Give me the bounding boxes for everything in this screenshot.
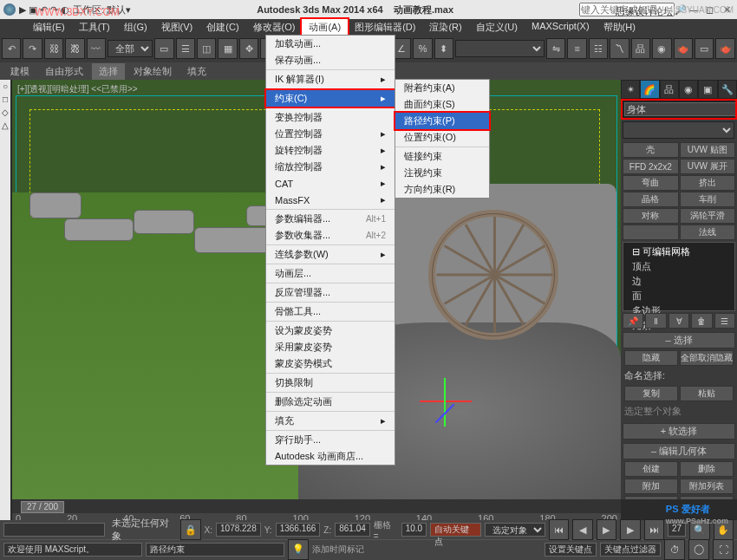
submenu-item[interactable]: 曲面约束(S) [395, 96, 489, 113]
menu-item[interactable]: 位置控制器▸ [266, 126, 395, 142]
move-icon[interactable]: ✥ [239, 38, 258, 59]
redo-icon[interactable]: ↷ [23, 38, 42, 59]
modifier-button[interactable]: 晶格 [623, 192, 679, 207]
menu-2[interactable]: 组(G) [117, 19, 154, 35]
auto-key-button[interactable]: 自动关键点 [430, 523, 481, 537]
configure-icon[interactable]: ☰ [714, 313, 735, 329]
menu-item[interactable]: 变换控制器 [266, 109, 395, 126]
add-time-tag[interactable]: 添加时间标记 [312, 544, 364, 556]
menu-item[interactable]: 填充▸ [266, 413, 395, 429]
time-slider[interactable]: 27 / 200 [21, 501, 64, 513]
modifier-button[interactable]: UVW 贴图 [680, 142, 736, 158]
menu-item[interactable]: 骨骼工具... [266, 303, 395, 320]
modifier-button[interactable]: UVW 展开 [680, 159, 736, 174]
layers-icon[interactable]: ☷ [589, 38, 608, 59]
mirror-icon[interactable]: ⇋ [546, 38, 565, 59]
menu-item[interactable]: 切换限制 [266, 374, 395, 391]
rollout-soft-sel[interactable]: + 软选择 [623, 423, 735, 440]
key-filters-button[interactable]: 关键点过滤器 [600, 543, 661, 557]
render-setup-icon[interactable]: 🫖 [674, 38, 693, 59]
time-config-icon[interactable]: ⏱ [664, 539, 685, 560]
menu-1[interactable]: 工具(T) [72, 19, 117, 35]
show-end-icon[interactable]: Ⅱ [645, 313, 666, 329]
menu-9[interactable]: 自定义(U) [469, 19, 525, 35]
submenu-item[interactable]: 方向约束(R) [395, 181, 489, 198]
modifier-list[interactable]: 修改器列表 [623, 121, 734, 139]
paste-button[interactable]: 粘贴 [680, 386, 734, 401]
menu-5[interactable]: 修改器(O) [246, 19, 303, 35]
bind-space-warp-icon[interactable]: 〰 [87, 38, 106, 59]
curve-editor-icon[interactable]: 〽 [610, 38, 629, 59]
modifier-stack[interactable]: ⊟ 可编辑网格 顶点边面 多边形元素 [623, 242, 735, 311]
object-name-input[interactable] [624, 102, 737, 116]
tab-create-icon[interactable]: ✴ [621, 80, 640, 99]
hide-button[interactable]: 隐藏 [624, 350, 678, 366]
app-logo-icon[interactable] [3, 3, 16, 16]
ribbon-3[interactable]: 对象绘制 [127, 63, 179, 80]
menu-0[interactable]: 编辑(E) [26, 19, 72, 35]
link-icon[interactable]: ⛓ [44, 38, 63, 59]
menu-item[interactable]: CAT▸ [266, 175, 395, 192]
menu-10[interactable]: MAXScript(X) [525, 19, 597, 35]
menu-item[interactable]: 删除选定动画 [266, 394, 395, 410]
menu-item[interactable]: 保存动画... [266, 52, 395, 68]
menu-7[interactable]: 图形编辑器(D) [348, 19, 422, 35]
ribbon-4[interactable]: 填充 [180, 63, 213, 80]
modifier-button[interactable]: 壳 [623, 142, 679, 158]
undo-icon[interactable]: ↶ [2, 38, 21, 59]
modifier-button[interactable]: 挤出 [680, 175, 736, 191]
menu-item[interactable]: 参数收集器...Alt+2 [266, 227, 395, 244]
modifier-button[interactable]: 对称 [623, 208, 679, 224]
submenu-item[interactable]: 位置约束(O) [395, 129, 489, 146]
modifier-button[interactable]: 弯曲 [623, 175, 679, 191]
menu-3[interactable]: 视图(V) [154, 19, 200, 35]
menu-item[interactable]: 参数编辑器...Alt+1 [266, 211, 395, 227]
material-editor-icon[interactable]: ◉ [652, 38, 671, 59]
menu-item[interactable]: 缩放控制器▸ [266, 159, 395, 175]
max-viewport-icon[interactable]: ⛶ [713, 539, 734, 560]
coord-y[interactable]: 1366.166 [276, 523, 321, 537]
selection-filter[interactable]: 全部 [108, 40, 153, 57]
schematic-icon[interactable]: 品 [631, 38, 650, 59]
gizmo-x-axis[interactable] [420, 400, 472, 402]
submenu-item[interactable]: 路径约束(P) [395, 113, 489, 129]
geo-button[interactable]: 删除 [680, 461, 734, 477]
ribbon-2[interactable]: 选择 [92, 63, 125, 80]
modifier-button[interactable]: 涡轮平滑 [680, 208, 736, 224]
coord-z[interactable]: 861.04 [335, 523, 370, 537]
menu-item[interactable]: 蒙皮姿势模式 [266, 355, 395, 372]
unique-icon[interactable]: ∀ [669, 313, 689, 329]
unlink-icon[interactable]: ⛓̸ [65, 38, 84, 59]
submenu-item[interactable]: 链接约束 [395, 148, 489, 165]
align-icon[interactable]: ≡ [567, 38, 586, 59]
menu-item[interactable]: 约束(C)▸ [266, 90, 395, 107]
spinner-snap-icon[interactable]: ⬍ [434, 38, 453, 59]
isolate-icon[interactable]: 💡 [288, 539, 309, 560]
rollout-edit-geo[interactable]: – 编辑几何体 [623, 443, 735, 459]
modifier-button[interactable] [623, 225, 679, 240]
tab-display-icon[interactable]: ▣ [698, 80, 717, 99]
menu-4[interactable]: 创建(C) [199, 19, 245, 35]
render-icon[interactable]: 🫖 [715, 38, 734, 59]
submenu-item[interactable]: 注视约束 [395, 165, 489, 181]
copy-button[interactable]: 复制 [624, 386, 678, 401]
menu-item[interactable]: 采用蒙皮姿势 [266, 339, 395, 355]
named-sel-set[interactable]: 创建选择集 [455, 40, 545, 57]
menu-6[interactable]: 动画(A) [302, 19, 348, 35]
tab-hierarchy-icon[interactable]: 品 [660, 80, 679, 99]
ribbon-0[interactable]: 建模 [3, 63, 36, 80]
tab-utilities-icon[interactable]: 🔧 [718, 80, 737, 99]
play-icon[interactable]: ▶ [597, 519, 616, 540]
arc-rotate-icon[interactable]: ◯ [688, 539, 709, 560]
gizmo-y-axis[interactable] [444, 378, 446, 427]
percent-snap-icon[interactable]: % [413, 38, 432, 59]
geo-button[interactable]: 附加 [624, 479, 678, 494]
time-ruler[interactable]: 020406080100120140160180200 [12, 513, 621, 520]
coord-x[interactable]: 1078.228 [216, 523, 261, 537]
key-target[interactable]: 选定对象 [485, 523, 545, 537]
viewport-label[interactable]: [+][透视][明暗处理] <<已禁用>> [17, 83, 138, 95]
menu-item[interactable]: 连线参数(W)▸ [266, 246, 395, 263]
menu-item[interactable]: IK 解算器(I)▸ [266, 71, 395, 88]
next-frame-icon[interactable]: ▶ [620, 519, 640, 540]
window-crossing-icon[interactable]: ▦ [218, 38, 237, 59]
